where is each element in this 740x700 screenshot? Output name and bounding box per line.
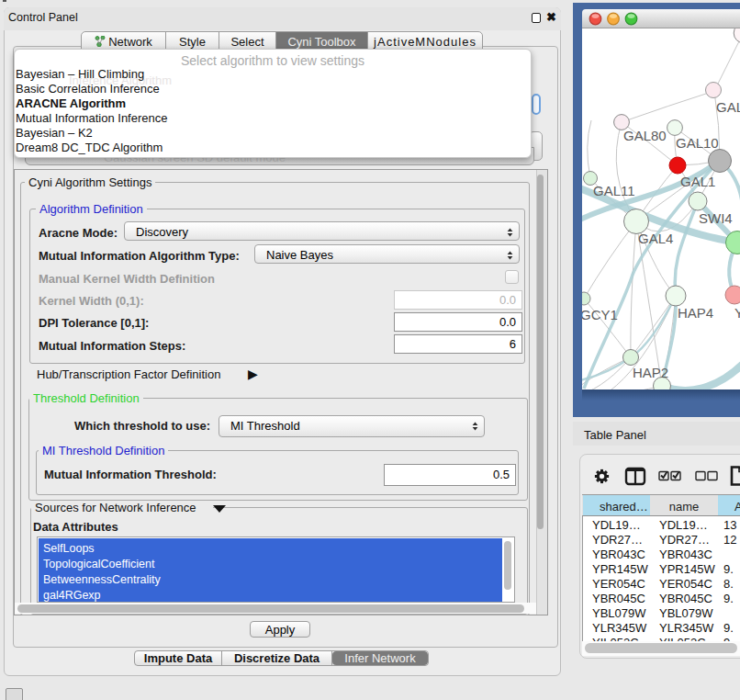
svg-text:GAL: GAL: [716, 99, 740, 115]
svg-text:GAL11: GAL11: [593, 183, 635, 198]
svg-text:GAL1: GAL1: [680, 174, 715, 189]
svg-text:HAP2: HAP2: [633, 365, 668, 380]
svg-text:GAL10: GAL10: [676, 135, 719, 151]
svg-text:HAP4: HAP4: [678, 305, 713, 321]
svg-text:GCY1: GCY1: [582, 307, 618, 322]
svg-text:Y: Y: [734, 305, 740, 321]
svg-text:GAL4: GAL4: [638, 231, 673, 246]
svg-text:GAL80: GAL80: [623, 128, 667, 143]
svg-text:SWI4: SWI4: [699, 210, 733, 226]
